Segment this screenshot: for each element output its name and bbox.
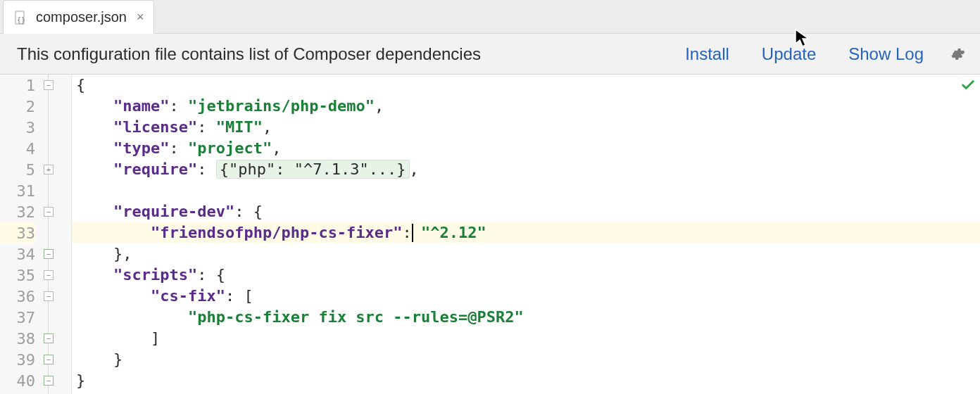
info-message: This configuration file contains list of…	[17, 44, 661, 64]
fold-collapse-icon[interactable]: −	[44, 291, 54, 301]
line-number: 31	[0, 180, 35, 201]
show-log-button[interactable]: Show Log	[840, 44, 932, 64]
code-line[interactable]: {	[72, 75, 980, 96]
code-area[interactable]: { "name": "jetbrains/php-demo", "license…	[72, 75, 980, 394]
close-icon[interactable]: ×	[137, 10, 144, 25]
code-line[interactable]: }	[72, 349, 980, 370]
code-line[interactable]: "type": "project",	[72, 138, 980, 159]
tab-title: composer.json	[36, 9, 127, 25]
code-line[interactable]: "name": "jetbrains/php-demo",	[72, 96, 980, 117]
code-line[interactable]: }	[72, 370, 980, 391]
line-number: 4	[0, 138, 35, 159]
line-number: 34	[0, 243, 35, 265]
code-line[interactable]	[72, 180, 980, 201]
line-number: 3	[0, 117, 35, 138]
line-number: 32	[0, 201, 35, 222]
code-line[interactable]: "php-cs-fixer fix src --rules=@PSR2"	[72, 307, 980, 328]
json-file-icon: {}	[13, 10, 29, 25]
line-number: 2	[0, 96, 35, 117]
line-number: 37	[0, 307, 35, 328]
code-line[interactable]: "cs-fix": [	[72, 286, 980, 307]
line-number: 39	[0, 349, 35, 370]
line-number: 1	[0, 75, 35, 96]
code-line[interactable]: "license": "MIT",	[72, 117, 980, 138]
composer-info-bar: This configuration file contains list of…	[0, 34, 980, 75]
code-line[interactable]: "require": {"php": "^7.1.3"...},	[72, 159, 980, 180]
gear-icon[interactable]	[948, 44, 967, 64]
fold-collapse-icon[interactable]: −	[44, 249, 54, 259]
tab-bar: {} composer.json ×	[0, 0, 980, 34]
update-button[interactable]: Update	[753, 44, 824, 64]
line-number-gutter: 1234531323334353637383940	[0, 75, 42, 394]
line-number: 35	[0, 265, 35, 286]
line-number: 33	[0, 222, 35, 243]
fold-collapse-icon[interactable]: −	[44, 270, 54, 280]
code-line[interactable]: },	[72, 243, 980, 265]
tab-composer-json[interactable]: {} composer.json ×	[3, 0, 154, 34]
text-caret	[412, 224, 413, 242]
fold-expand-icon[interactable]: +	[44, 165, 54, 174]
code-line[interactable]: "require-dev": {	[72, 201, 980, 222]
line-number: 5	[0, 159, 35, 180]
svg-text:{}: {}	[17, 16, 25, 24]
line-number: 40	[0, 370, 35, 391]
code-line[interactable]: "friendsofphp/php-cs-fixer": "^2.12"	[72, 222, 980, 243]
code-line[interactable]: "scripts": {	[72, 265, 980, 286]
install-button[interactable]: Install	[677, 44, 738, 64]
fold-collapse-icon[interactable]: −	[44, 355, 54, 364]
fold-collapse-icon[interactable]: −	[44, 333, 54, 343]
fold-collapse-icon[interactable]: −	[44, 376, 54, 386]
fold-collapse-icon[interactable]: −	[44, 80, 54, 90]
code-editor[interactable]: 1234531323334353637383940 −+−−−−−−− { "n…	[0, 75, 980, 394]
fold-collapse-icon[interactable]: −	[44, 207, 54, 217]
fold-gutter: −+−−−−−−−	[42, 75, 72, 394]
line-number: 38	[0, 328, 35, 349]
line-number: 36	[0, 286, 35, 307]
code-line[interactable]: ]	[72, 328, 980, 349]
